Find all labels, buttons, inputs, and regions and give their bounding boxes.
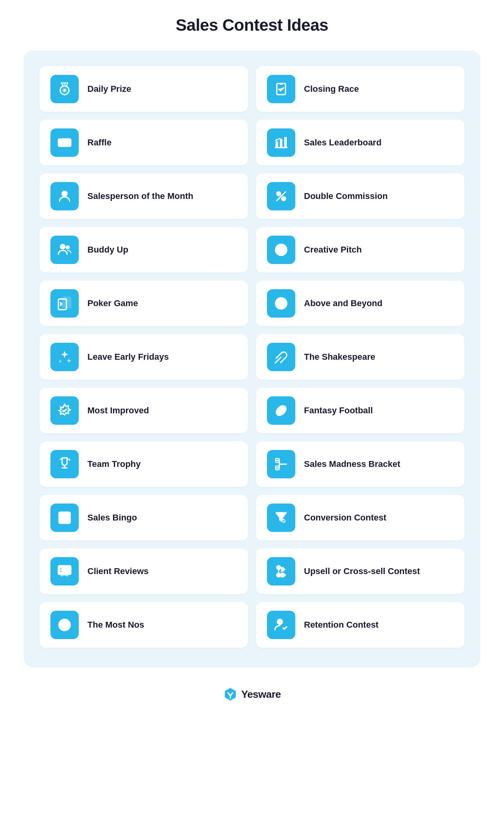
sales-leaderboard-label: Sales Leaderboard xyxy=(304,137,382,149)
card-buddy-up: Buddy Up xyxy=(39,227,248,273)
raffle-label: Raffle xyxy=(87,137,111,149)
svg-point-15 xyxy=(277,192,281,196)
svg-point-53 xyxy=(67,520,69,522)
leave-early-fridays-label: Leave Early Fridays xyxy=(87,351,169,363)
closing-race-icon-box xyxy=(267,75,295,103)
sales-bingo-label: Sales Bingo xyxy=(87,512,137,524)
svg-point-64 xyxy=(278,619,283,625)
poker-game-icon-box xyxy=(50,289,79,318)
card-double-commission: Double Commission xyxy=(256,173,465,219)
card-poker-game: Poker Game xyxy=(39,281,248,326)
team-trophy-icon-box xyxy=(50,450,79,478)
creative-pitch-icon-box xyxy=(267,236,295,264)
svg-point-50 xyxy=(60,513,62,515)
card-most-nos: The Most Nos xyxy=(39,602,248,648)
svg-point-30 xyxy=(282,301,284,303)
client-reviews-label: Client Reviews xyxy=(87,566,148,577)
svg-point-18 xyxy=(66,246,69,249)
svg-rect-55 xyxy=(58,566,71,574)
card-most-improved: Most Improved xyxy=(39,388,248,433)
svg-point-29 xyxy=(278,301,280,303)
svg-point-59 xyxy=(60,571,61,572)
svg-rect-10 xyxy=(280,139,282,148)
card-raffle: Raffle xyxy=(39,120,248,165)
svg-point-28 xyxy=(276,298,287,309)
svg-rect-27 xyxy=(63,297,71,308)
shakespeare-icon-box xyxy=(267,343,295,371)
card-sales-bingo: Sales Bingo xyxy=(39,495,248,541)
main-container: Daily PrizeClosing RaceRaffleSales Leade… xyxy=(24,50,480,667)
page-title: Sales Contest Ideas xyxy=(176,16,328,35)
poker-game-label: Poker Game xyxy=(87,298,138,309)
card-conversion-contest: Conversion Contest xyxy=(256,495,465,541)
svg-point-61 xyxy=(277,573,281,577)
card-retention-contest: Retention Contest xyxy=(256,602,465,648)
double-commission-label: Double Commission xyxy=(304,191,388,202)
cards-grid: Daily PrizeClosing RaceRaffleSales Leade… xyxy=(39,66,465,648)
footer-brand-name: Yesware xyxy=(241,688,281,701)
most-nos-label: The Most Nos xyxy=(87,619,144,631)
fantasy-football-label: Fantasy Football xyxy=(304,405,373,416)
most-nos-icon-box xyxy=(50,611,79,639)
shakespeare-label: The Shakespeare xyxy=(304,351,375,363)
sales-madness-icon-box xyxy=(267,450,295,478)
salesperson-month-icon-box xyxy=(50,182,79,210)
card-daily-prize: Daily Prize xyxy=(39,66,248,112)
upsell-crosssell-icon-box xyxy=(267,557,295,586)
card-fantasy-football: Fantasy Football xyxy=(256,388,465,433)
card-closing-race: Closing Race xyxy=(256,66,465,112)
svg-point-51 xyxy=(64,513,66,515)
card-sales-madness: Sales Madness Bracket xyxy=(256,441,465,487)
yesware-logo-icon xyxy=(223,687,237,701)
conversion-contest-icon-box xyxy=(267,504,295,532)
card-team-trophy: Team Trophy xyxy=(39,441,248,487)
upsell-crosssell-label: Upsell or Cross-sell Contest xyxy=(304,566,420,577)
svg-rect-9 xyxy=(276,141,278,148)
card-client-reviews: Client Reviews xyxy=(39,548,248,594)
team-trophy-label: Team Trophy xyxy=(87,459,141,470)
svg-point-17 xyxy=(61,245,65,249)
svg-point-60 xyxy=(277,566,281,570)
card-leave-early-fridays: Leave Early Fridays xyxy=(39,334,248,380)
client-reviews-icon-box xyxy=(50,557,79,586)
sales-leaderboard-icon-box xyxy=(267,128,295,157)
svg-point-2 xyxy=(63,89,66,91)
most-improved-label: Most Improved xyxy=(87,405,149,416)
leave-early-fridays-icon-box xyxy=(50,343,79,371)
salesperson-month-label: Salesperson of the Month xyxy=(87,191,193,202)
closing-race-label: Closing Race xyxy=(304,84,359,95)
svg-point-52 xyxy=(60,517,62,519)
buddy-up-icon-box xyxy=(50,236,79,264)
card-sales-leaderboard: Sales Leaderboard xyxy=(256,120,465,165)
card-shakespeare: The Shakespeare xyxy=(256,334,465,380)
svg-point-58 xyxy=(60,568,61,569)
daily-prize-label: Daily Prize xyxy=(87,84,131,95)
fantasy-football-icon-box xyxy=(267,396,295,425)
sales-bingo-icon-box xyxy=(50,504,79,532)
raffle-icon-box xyxy=(50,128,79,157)
card-creative-pitch: Creative Pitch xyxy=(256,227,465,273)
svg-point-16 xyxy=(282,197,286,201)
card-salesperson-month: Salesperson of the Month xyxy=(39,173,248,219)
daily-prize-icon-box xyxy=(50,75,79,103)
retention-contest-icon-box xyxy=(267,611,295,639)
above-beyond-icon-box xyxy=(267,289,295,318)
creative-pitch-label: Creative Pitch xyxy=(304,244,362,256)
double-commission-icon-box xyxy=(267,182,295,210)
svg-rect-14 xyxy=(63,192,67,194)
conversion-contest-label: Conversion Contest xyxy=(304,512,386,524)
svg-point-21 xyxy=(280,249,282,251)
most-improved-icon-box xyxy=(50,396,79,425)
retention-contest-label: Retention Contest xyxy=(304,619,378,631)
card-upsell-crosssell: Upsell or Cross-sell Contest xyxy=(256,548,465,594)
buddy-up-label: Buddy Up xyxy=(87,244,128,256)
card-above-beyond: Above and Beyond xyxy=(256,281,465,326)
footer: Yesware xyxy=(223,687,281,701)
svg-rect-11 xyxy=(284,137,287,148)
sales-madness-label: Sales Madness Bracket xyxy=(304,459,400,470)
above-beyond-label: Above and Beyond xyxy=(304,298,382,309)
